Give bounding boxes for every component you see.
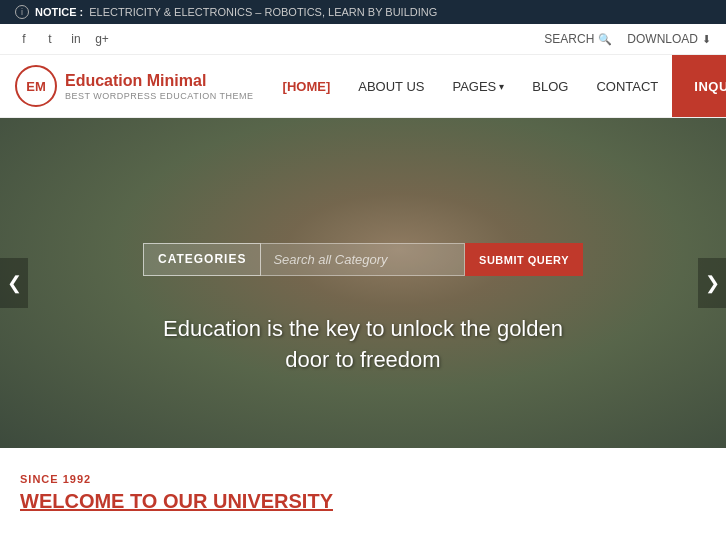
nav-item-about[interactable]: ABOUT US (344, 55, 438, 117)
notice-icon: i (15, 5, 29, 19)
logo-area[interactable]: EM Education Minimal BEST WORDPRESS EDUC… (0, 55, 269, 117)
twitter-icon[interactable]: t (41, 30, 59, 48)
below-hero-section: SINCE 1992 WELCOME TO OUR UNIVERSITY (0, 448, 726, 528)
hero-section: ❮ CATEGORIES SUBMIT QUERY Education is t… (0, 118, 726, 448)
welcome-heading[interactable]: WELCOME TO OUR UNIVERSITY (20, 490, 706, 513)
inquiry-button[interactable]: INQUERY (672, 55, 726, 117)
search-label: SEARCH (544, 32, 594, 46)
search-button[interactable]: SEARCH 🔍 (544, 32, 612, 46)
hero-background (0, 118, 726, 448)
utility-right: SEARCH 🔍 DOWNLOAD ⬇ (544, 32, 711, 46)
notice-label: NOTICE : (35, 6, 83, 18)
notice-bar: i NOTICE : ELECTRICITY & ELECTRONICS – R… (0, 0, 726, 24)
nav-links: [ HOME ] ABOUT US PAGES ▾ BLOG CONTACT (269, 55, 673, 117)
logo-title: Education Minimal (65, 71, 254, 90)
submit-query-button[interactable]: SUBMIT QUERY (465, 243, 583, 276)
search-input[interactable] (261, 243, 465, 276)
since-label: SINCE 1992 (20, 473, 706, 485)
notice-text: ELECTRICITY & ELECTRONICS – ROBOTICS, LE… (89, 6, 437, 18)
nav-item-contact[interactable]: CONTACT (582, 55, 672, 117)
logo-subtitle: BEST WORDPRESS EDUCATION THEME (65, 91, 254, 101)
download-label: DOWNLOAD (627, 32, 698, 46)
download-button[interactable]: DOWNLOAD ⬇ (627, 32, 711, 46)
chevron-right-icon: ❯ (705, 272, 720, 294)
hero-prev-button[interactable]: ❮ (0, 258, 28, 308)
chevron-down-icon: ▾ (499, 81, 504, 92)
hero-quote: Education is the key to unlock the golde… (143, 314, 583, 376)
facebook-icon[interactable]: f (15, 30, 33, 48)
logo-emblem: EM (15, 65, 57, 107)
hero-next-button[interactable]: ❯ (698, 258, 726, 308)
main-nav: EM Education Minimal BEST WORDPRESS EDUC… (0, 55, 726, 118)
nav-item-pages[interactable]: PAGES ▾ (438, 55, 518, 117)
googleplus-icon[interactable]: g+ (93, 30, 111, 48)
hero-search-bar: CATEGORIES SUBMIT QUERY (143, 243, 583, 276)
nav-item-home[interactable]: [ HOME ] (269, 55, 345, 117)
search-icon: 🔍 (598, 33, 612, 46)
social-icons: f t in g+ (15, 30, 111, 48)
nav-item-blog[interactable]: BLOG (518, 55, 582, 117)
categories-button[interactable]: CATEGORIES (143, 243, 261, 276)
linkedin-icon[interactable]: in (67, 30, 85, 48)
download-icon: ⬇ (702, 33, 711, 46)
chevron-left-icon: ❮ (7, 272, 22, 294)
logo-text: Education Minimal BEST WORDPRESS EDUCATI… (65, 71, 254, 100)
utility-bar: f t in g+ SEARCH 🔍 DOWNLOAD ⬇ (0, 24, 726, 55)
